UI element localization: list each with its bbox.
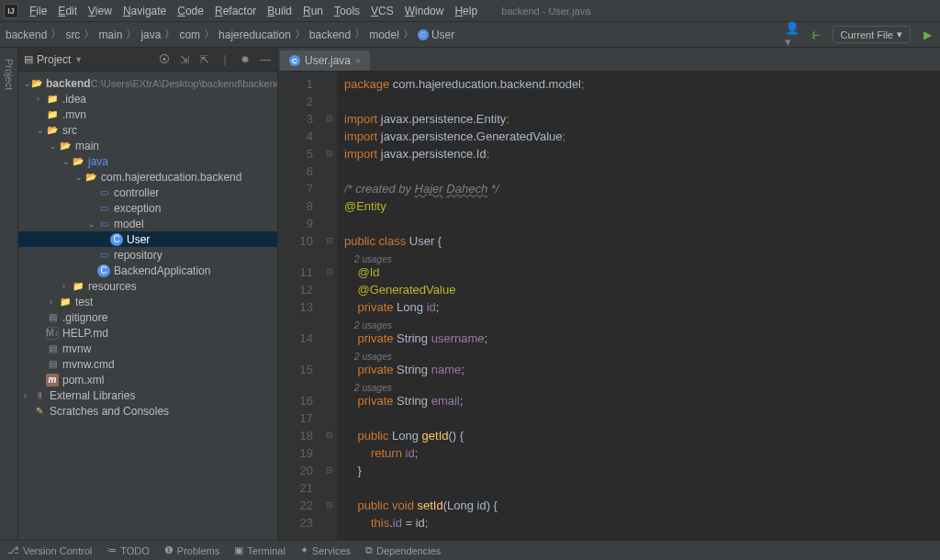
code-line[interactable]: 2 usages [344, 316, 940, 330]
code-content[interactable]: package com.hajereducation.backend.model… [337, 72, 940, 540]
tree-arrow-icon[interactable]: ⌄ [50, 141, 59, 151]
breadcrumb-part[interactable]: java [140, 28, 161, 41]
tree-item-com-hajereducation-backend[interactable]: ⌄📂com.hajereducation.backend [18, 169, 277, 185]
statusbar-services[interactable]: ✦Services [300, 544, 351, 556]
statusbar-dependencies[interactable]: ⧉Dependencies [365, 544, 441, 556]
breadcrumb[interactable]: backend〉src〉main〉java〉com〉hajereducation… [6, 27, 785, 42]
breadcrumb-part[interactable]: src [65, 28, 80, 41]
tree-item-mvnw-cmd[interactable]: ▤mvnw.cmd [18, 356, 277, 372]
code-line[interactable]: private String email; [344, 392, 940, 409]
tree-item-backendapplication[interactable]: CBackendApplication [18, 263, 277, 278]
rail-tab-project[interactable]: Project [2, 53, 17, 95]
tree-arrow-icon[interactable]: ⌄ [37, 126, 46, 135]
code-line[interactable]: } [344, 462, 940, 479]
code-line[interactable]: 2 usages [344, 250, 940, 263]
user-icon[interactable]: 👤▾ [785, 28, 800, 42]
collapse-all-icon[interactable]: ⇱ [198, 53, 211, 66]
code-line[interactable]: public void setId(Long id) { [344, 497, 940, 514]
menu-navigate[interactable]: Navigate [118, 5, 172, 17]
tree-arrow-icon[interactable]: ⌄ [24, 79, 31, 88]
tree-item-repository[interactable]: ▭repository [18, 247, 277, 263]
code-line[interactable]: private String name; [344, 361, 940, 378]
breadcrumb-part[interactable]: hajereducation [218, 28, 291, 41]
build-icon[interactable]: ⥼ [809, 28, 823, 42]
fold-marker[interactable]: ⊟ [322, 462, 337, 479]
tree-item-pom-xml[interactable]: mpom.xml [18, 372, 277, 387]
hide-icon[interactable]: — [259, 53, 272, 66]
code-editor[interactable]: 1234567891011121314151617181920212223 ⊟⊟… [278, 72, 940, 540]
tree-item-controller[interactable]: ▭controller [18, 185, 277, 200]
menu-help[interactable]: Help [449, 5, 483, 17]
project-tree[interactable]: ⌄📂backend C:\Users\EXtrA\Desktop\backend… [18, 72, 277, 540]
tree-item-scratches-and-consoles[interactable]: ✎Scratches and Consoles [18, 403, 277, 419]
code-line[interactable] [344, 93, 940, 110]
tree-arrow-icon[interactable]: ⌄ [62, 157, 72, 166]
menu-edit[interactable]: Edit [52, 5, 83, 17]
menu-code[interactable]: Code [172, 5, 209, 17]
menu-tools[interactable]: Tools [329, 5, 365, 17]
code-line[interactable]: 2 usages [344, 378, 940, 392]
statusbar-problems[interactable]: ❶Problems [164, 544, 219, 556]
breadcrumb-part[interactable]: model [369, 28, 399, 41]
editor-tab-user[interactable]: C User.java × [280, 50, 370, 71]
select-opened-icon[interactable]: ⦿ [158, 53, 171, 66]
fold-marker[interactable]: ⊟ [322, 110, 337, 128]
fold-marker[interactable]: ⊟ [322, 427, 337, 444]
tree-item-help-md[interactable]: M↓HELP.md [18, 325, 277, 341]
menu-vcs[interactable]: VCS [365, 5, 399, 17]
tree-arrow-icon[interactable]: › [24, 391, 33, 400]
fold-marker[interactable]: ⊟ [322, 263, 337, 281]
breadcrumb-part[interactable]: backend [6, 28, 47, 41]
tree-item--mvn[interactable]: 📁.mvn [18, 106, 277, 122]
run-config-selector[interactable]: Current File ▾ [833, 26, 911, 43]
code-line[interactable] [344, 409, 940, 427]
project-panel-title[interactable]: ▤ Project ▼ [24, 53, 158, 66]
code-line[interactable] [344, 162, 940, 180]
code-line[interactable]: /* created by Hajer Dahech */ [344, 180, 940, 197]
tree-item--idea[interactable]: ›📁.idea [18, 91, 277, 106]
code-line[interactable]: @Entity [344, 197, 940, 215]
gear-icon[interactable]: ✸ [239, 53, 252, 66]
fold-marker[interactable]: ⊟ [322, 497, 337, 514]
tree-item-backend[interactable]: ⌄📂backend C:\Users\EXtrA\Desktop\backend… [18, 75, 277, 91]
code-line[interactable]: private String username; [344, 330, 940, 347]
code-line[interactable]: 2 usages [344, 347, 940, 361]
code-line[interactable] [344, 215, 940, 232]
code-line[interactable]: import javax.persistence.GeneratedValue; [344, 128, 940, 145]
menu-build[interactable]: Build [262, 5, 297, 17]
tree-arrow-icon[interactable]: › [50, 297, 59, 307]
code-line[interactable]: public class User { [344, 232, 940, 250]
statusbar-terminal[interactable]: ▣Terminal [234, 544, 285, 556]
tree-item-main[interactable]: ⌄📂main [18, 138, 277, 153]
tree-item-java[interactable]: ⌄📂java [18, 153, 277, 169]
menu-refactor[interactable]: Refactor [209, 5, 262, 17]
tree-item-mvnw[interactable]: ▤mvnw [18, 341, 277, 356]
code-line[interactable]: private Long id; [344, 298, 940, 316]
fold-marker[interactable]: ⊟ [322, 145, 337, 162]
tree-arrow-icon[interactable]: ⌄ [75, 173, 84, 182]
menu-run[interactable]: Run [297, 5, 329, 17]
code-line[interactable]: public Long getId() { [344, 427, 940, 444]
tree-item--gitignore[interactable]: ▤.gitignore [18, 309, 277, 325]
code-line[interactable]: return id; [344, 444, 940, 462]
run-icon[interactable]: ▶ [920, 28, 934, 42]
code-line[interactable]: import javax.persistence.Id; [344, 145, 940, 162]
code-line[interactable]: this.id = id; [344, 514, 940, 532]
breadcrumb-part[interactable]: main [98, 28, 122, 41]
expand-all-icon[interactable]: ⇲ [178, 53, 191, 66]
code-line[interactable]: package com.hajereducation.backend.model… [344, 75, 940, 93]
code-line[interactable]: import javax.persistence.Entity; [344, 110, 940, 128]
tree-arrow-icon[interactable]: › [62, 282, 72, 291]
breadcrumb-part[interactable]: com [179, 28, 200, 41]
tree-item-user[interactable]: CUser [18, 231, 277, 247]
close-icon[interactable]: × [355, 55, 361, 66]
tree-item-test[interactable]: ›📁test [18, 294, 277, 309]
tree-item-model[interactable]: ⌄▭model [18, 216, 277, 231]
menu-view[interactable]: View [83, 5, 118, 17]
menu-window[interactable]: Window [399, 5, 450, 17]
statusbar-version-control[interactable]: ⎇Version Control [7, 544, 92, 556]
code-line[interactable]: @GeneratedValue [344, 281, 940, 298]
fold-marker[interactable]: ⊟ [322, 232, 337, 250]
tree-item-src[interactable]: ⌄📂src [18, 122, 277, 138]
fold-gutter[interactable]: ⊟⊟⊟⊟⊟⊟⊟ [322, 72, 337, 540]
